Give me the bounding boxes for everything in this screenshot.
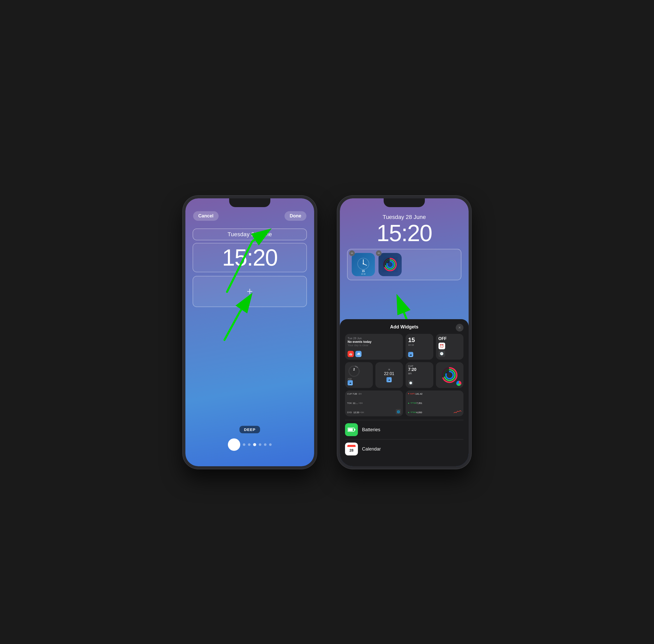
time-text: 15:20	[197, 246, 302, 269]
cup-widget-cell[interactable]: CUP 7:20 am 🕐	[405, 362, 433, 388]
phones-container: Cancel Done Tuesday 28 June 15:20 +	[183, 175, 471, 469]
phone1-background: Cancel Done Tuesday 28 June 15:20 +	[185, 198, 314, 466]
widgets-grid-2: 2 AQI ☁ ☀ 22:01 ☁	[345, 362, 464, 388]
off-text: OFF	[439, 337, 447, 341]
phone2-background: Tuesday 28 June 15:20 −	[340, 198, 469, 466]
clock-widget-svg: 15 10 16	[352, 253, 375, 276]
panel-close-button[interactable]: ×	[456, 324, 464, 331]
wc-time-1: 7:20	[352, 393, 357, 395]
cup-label: CUP	[408, 365, 416, 367]
svg-text:15: 15	[362, 270, 365, 273]
svg-point-33	[353, 445, 354, 446]
time-22-text: 22:01	[384, 371, 394, 376]
alarm-icon: ⏰	[439, 343, 445, 349]
stock-val-aapl: 141.42	[415, 393, 422, 395]
lock-content: Tuesday 28 June 15:20 +	[185, 223, 314, 307]
wallpaper-label: DEEP	[239, 426, 260, 433]
batteries-app-row[interactable]: Batteries	[345, 420, 464, 439]
dot-1	[243, 443, 246, 446]
time-widget[interactable]: 15:20	[193, 243, 307, 272]
off-icons: ⏰ 🕐	[439, 343, 445, 357]
svg-point-5	[363, 263, 364, 264]
dot-3	[259, 443, 261, 446]
svg-rect-30	[347, 446, 356, 447]
svg-text:28: 28	[349, 448, 353, 452]
svg-rect-1	[352, 253, 375, 276]
wc-row-2: TOK 11:... +8H	[347, 402, 364, 405]
plus-icon: +	[247, 286, 253, 297]
time22-weather-icon: ☁	[387, 377, 392, 382]
weather-icon-sm: ☁️	[355, 351, 361, 357]
svg-rect-26	[348, 429, 353, 431]
clock-sm-widget-cell[interactable]: 15 10 16 ☁	[405, 334, 433, 360]
phone2-date: Tuesday 28 June	[347, 214, 461, 221]
widgets-grid: Tue 28 Jun No events today Your day is c…	[345, 334, 464, 360]
dot-5	[269, 443, 272, 446]
dot-active	[228, 438, 240, 451]
clock-sm-icons: ☁	[408, 352, 413, 357]
cup-ampm: am	[408, 372, 416, 375]
stock-dir-aapl: ▼ AAPL	[407, 393, 415, 395]
clock-widget[interactable]: 15 10 16	[352, 253, 375, 276]
phone2-lock-content: Tuesday 28 June 15:20 −	[340, 198, 469, 280]
time-22-sun-icon: ☀	[388, 368, 391, 371]
notch-2	[384, 198, 425, 207]
activity-rings-svg	[382, 257, 398, 272]
cup-clock-icon: 🕐	[408, 380, 413, 385]
date-widget[interactable]: Tuesday 28 June	[193, 229, 307, 240]
activity-widget[interactable]	[378, 253, 402, 276]
svg-text:2: 2	[353, 368, 355, 371]
done-button[interactable]: Done	[284, 211, 306, 221]
bottom-bar: DEEP	[185, 426, 314, 451]
panel-header: Add Widgets ×	[345, 324, 464, 330]
wc-row-3: SYD 12:20 +9H	[347, 411, 366, 414]
wc-offset-3: +9H	[360, 411, 366, 414]
phone-1: Cancel Done Tuesday 28 June 15:20 +	[183, 196, 317, 469]
phone-2: Tuesday 28 June 15:20 −	[337, 196, 471, 469]
remove-widget-2[interactable]: −	[376, 250, 381, 256]
wc-offset-1: -8H	[358, 393, 363, 395]
battery-icon	[348, 427, 355, 432]
cal-icons: 📅 ☁️	[348, 351, 361, 357]
stocks-widget-cell[interactable]: ▼ AAPL 141.42 ▲ ^FTSE 7,351 ▲ ^FTAS 4,05…	[405, 391, 464, 416]
calendar-app-name: Calendar	[362, 446, 381, 452]
notch	[229, 198, 270, 207]
widgets-grid-3: CUP 7:20 -8H TOK 11:... +8H SYD	[345, 391, 464, 416]
worldclock-icon: 🌐	[396, 409, 401, 414]
time-22-widget-cell[interactable]: ☀ 22:01 ☁	[375, 362, 403, 388]
stock-val-ftas: 4,050	[416, 411, 422, 414]
activity-lg-svg	[441, 366, 459, 384]
off-widget-cell[interactable]: OFF ⏰ 🕐	[436, 334, 464, 360]
calendar-app-icon: 28	[345, 442, 358, 456]
widgets-row: −	[347, 249, 461, 280]
dot-2	[248, 443, 251, 446]
worldclock-widget-cell[interactable]: CUP 7:20 -8H TOK 11:... +8H SYD	[345, 391, 403, 416]
wc-offset-2: +8H	[358, 402, 364, 405]
dots-row	[228, 438, 272, 451]
wc-city-3: SYD	[347, 411, 353, 414]
batteries-app-icon	[345, 423, 358, 436]
aqi-widget-cell[interactable]: 2 AQI ☁	[345, 362, 373, 388]
stock-row-2: ▲ ^FTSE 7,351	[407, 402, 422, 405]
batteries-app-name: Batteries	[362, 427, 380, 433]
calendar-widget-cell[interactable]: Tue 28 Jun No events today Your day is c…	[345, 334, 403, 360]
stock-row-1: ▼ AAPL 141.42	[407, 393, 422, 395]
activity-lg-widget-cell[interactable]	[436, 362, 464, 388]
add-widget-button[interactable]: +	[193, 276, 307, 307]
activity-color-dot	[456, 381, 461, 386]
stock-val-ftse: 7,351	[416, 402, 422, 405]
cancel-button[interactable]: Cancel	[193, 211, 218, 221]
aqi-circle-svg: 2	[348, 365, 360, 378]
stock-dir-ftse: ▲ ^FTSE	[407, 402, 416, 405]
svg-rect-27	[354, 429, 355, 431]
remove-widget-1[interactable]: −	[349, 250, 355, 256]
calendar-icon-sm: 📅	[348, 351, 354, 357]
weather-sm-icon: ☁	[408, 352, 413, 357]
svg-rect-8	[382, 257, 398, 272]
calendar-app-row[interactable]: 28 Calendar	[345, 439, 464, 459]
clock-sm-number: 15	[408, 337, 415, 344]
aqi-weather-icon: ☁	[348, 380, 353, 385]
stock-row-3: ▲ ^FTAS 4,050	[407, 411, 422, 414]
dot-4	[264, 443, 266, 446]
aqi-label: AQI	[348, 378, 352, 380]
